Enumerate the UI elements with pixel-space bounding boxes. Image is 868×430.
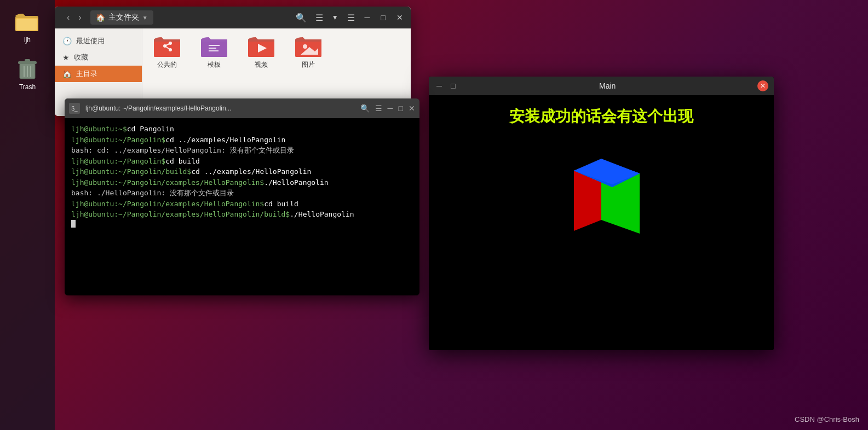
starred-icon: ★ (62, 53, 70, 62)
watermark-text: CSDN @Chris-Bosh (795, 415, 859, 423)
terminal-body[interactable]: ljh@ubuntu:~$ cd Pangolin ljh@ubuntu:~/P… (65, 118, 419, 295)
term-prompt-3: ljh@ubuntu:~/Pangolin$ (71, 156, 165, 167)
term-prompt-2: ljh@ubuntu:~/Pangolin$ (71, 135, 165, 146)
search-button[interactable]: 🔍 (294, 11, 309, 24)
folder-videos-icon (247, 34, 275, 58)
svg-rect-16 (209, 45, 220, 46)
gl-message: 安装成功的话会有这个出现 (509, 106, 693, 127)
home-folder-icon (15, 10, 39, 34)
svg-point-22 (303, 44, 307, 49)
term-err-2: bash: ./HelloPangolin: 没有那个文件或目录 (71, 188, 234, 199)
term-prompt-7: ljh@ubuntu:~/Pangolin/examples/HelloPang… (71, 209, 290, 220)
taskbar-item-trash[interactable]: Trash (5, 53, 49, 95)
file-manager-titlebar: ‹ › 🏠 主文件夹 ▼ 🔍 ☰ ▼ ☰ ─ □ ✕ (55, 7, 411, 28)
taskbar: ljh Trash (0, 0, 55, 430)
starred-label: 收藏 (74, 53, 88, 62)
term-cmd-2: cd ../examples/HelloPangolin (165, 135, 285, 146)
taskbar-trash-label: Trash (19, 83, 36, 91)
terminal-maximize-button[interactable]: □ (399, 104, 403, 113)
home-label: 主文件夹 (108, 13, 139, 22)
folder-pictures-label: 图片 (302, 60, 315, 69)
home-breadcrumb-button[interactable]: 🏠 主文件夹 ▼ (90, 10, 153, 25)
watermark: CSDN @Chris-Bosh (795, 415, 859, 423)
terminal-search-button[interactable]: 🔍 (360, 104, 370, 113)
folder-public-label: 公共的 (157, 60, 177, 69)
terminal-minimize-button[interactable]: ─ (388, 104, 393, 113)
home-dir-label: 主目录 (76, 69, 97, 79)
term-line-10 (71, 220, 413, 228)
term-line-3: bash: cd: ../examples/HelloPangolin: 没有那… (71, 145, 413, 156)
recent-icon: 🕐 (62, 37, 72, 45)
nav-forward-button[interactable]: › (75, 11, 84, 24)
terminal-titlebar: $_ ljh@ubuntu: ~/Pangolin/examples/Hello… (65, 98, 419, 118)
trash-icon (15, 57, 39, 81)
view-options-button[interactable]: ▼ (330, 13, 341, 22)
term-line-4: ljh@ubuntu:~/Pangolin$ cd build (71, 156, 413, 167)
svg-rect-15 (201, 42, 227, 57)
term-cmd-4: cd ../examples/HelloPangolin (191, 166, 311, 177)
term-line-2: ljh@ubuntu:~/Pangolin$ cd ../examples/He… (71, 135, 413, 146)
term-line-7: bash: ./HelloPangolin: 没有那个文件或目录 (71, 188, 413, 199)
sidebar-item-starred[interactable]: ★ 收藏 (55, 49, 142, 66)
close-button[interactable]: ✕ (393, 12, 406, 23)
gl-window-buttons: ─ □ (434, 82, 457, 90)
gl-minimize-button[interactable]: ─ (434, 82, 444, 90)
folder-templates-icon (200, 34, 228, 58)
gl-cube-container (541, 143, 662, 253)
term-line-8: ljh@ubuntu:~/Pangolin/examples/HelloPang… (71, 199, 413, 210)
home-nav-icon: 🏠 (62, 69, 72, 78)
term-prompt-1: ljh@ubuntu:~$ (71, 124, 127, 135)
svg-rect-9 (154, 42, 180, 57)
taskbar-item-home[interactable]: ljh (5, 5, 49, 48)
term-cmd-5: ./HelloPangolin (264, 177, 328, 188)
home-icon: 🏠 (96, 13, 105, 22)
svg-rect-2 (16, 19, 37, 30)
terminal-cursor (71, 220, 76, 228)
recent-label: 最近使用 (76, 36, 105, 46)
terminal-window: $_ ljh@ubuntu: ~/Pangolin/examples/Hello… (65, 98, 419, 295)
minimize-button[interactable]: ─ (361, 12, 373, 23)
svg-rect-5 (25, 59, 30, 62)
term-line-9: ljh@ubuntu:~/Pangolin/examples/HelloPang… (71, 209, 413, 220)
terminal-title: ljh@ubuntu: ~/Pangolin/examples/HelloPan… (85, 104, 357, 112)
titlebar-actions: 🔍 ☰ ▼ ☰ ─ □ ✕ (294, 11, 406, 24)
term-line-5: ljh@ubuntu:~/Pangolin/build$ cd ../examp… (71, 166, 413, 177)
gl-title: Main (457, 82, 757, 90)
svg-rect-18 (209, 50, 219, 51)
terminal-menu-button[interactable]: ☰ (375, 104, 382, 113)
folder-videos-label: 视频 (255, 60, 268, 69)
titlebar-nav: ‹ › (64, 11, 85, 24)
term-cmd-1: cd Pangolin (127, 124, 174, 135)
term-line-6: ljh@ubuntu:~/Pangolin/examples/HelloPang… (71, 177, 413, 188)
term-cmd-6: cd build (264, 199, 298, 210)
term-line-1: ljh@ubuntu:~$ cd Pangolin (71, 124, 413, 135)
terminal-icon: $_ (69, 103, 80, 114)
gl-body: 安装成功的话会有这个出现 (429, 95, 774, 350)
gl-close-button[interactable]: ✕ (757, 80, 768, 91)
view-list-button[interactable]: ☰ (313, 11, 325, 24)
term-prompt-5: ljh@ubuntu:~/Pangolin/examples/HelloPang… (71, 177, 264, 188)
term-cmd-7: ./HelloPangolin (290, 209, 354, 220)
menu-button[interactable]: ☰ (345, 11, 357, 24)
gl-window: ─ □ Main ✕ 安装成功的话会有这个出现 (429, 77, 774, 350)
gl-maximize-button[interactable]: □ (449, 82, 457, 90)
folder-public-icon (153, 34, 181, 58)
term-cmd-3: cd build (165, 156, 200, 167)
folder-pictures-icon (294, 34, 323, 58)
terminal-actions: 🔍 ☰ ─ □ ✕ (360, 104, 415, 113)
terminal-close-button[interactable]: ✕ (409, 104, 415, 113)
dropdown-icon: ▼ (142, 15, 148, 21)
maximize-button[interactable]: □ (378, 12, 389, 23)
cube-svg (541, 143, 662, 253)
term-err-1: bash: cd: ../examples/HelloPangolin: 没有那… (71, 145, 294, 156)
gl-titlebar: ─ □ Main ✕ (429, 77, 774, 95)
svg-rect-17 (209, 48, 216, 49)
term-prompt-6: ljh@ubuntu:~/Pangolin/examples/HelloPang… (71, 199, 264, 210)
nav-back-button[interactable]: ‹ (64, 11, 73, 24)
folder-templates-label: 模板 (208, 60, 221, 69)
taskbar-home-label: ljh (24, 36, 31, 44)
term-prompt-4: ljh@ubuntu:~/Pangolin/build$ (71, 166, 191, 177)
sidebar-item-home[interactable]: 🏠 主目录 (55, 66, 142, 82)
sidebar-item-recent[interactable]: 🕐 最近使用 (55, 33, 142, 49)
